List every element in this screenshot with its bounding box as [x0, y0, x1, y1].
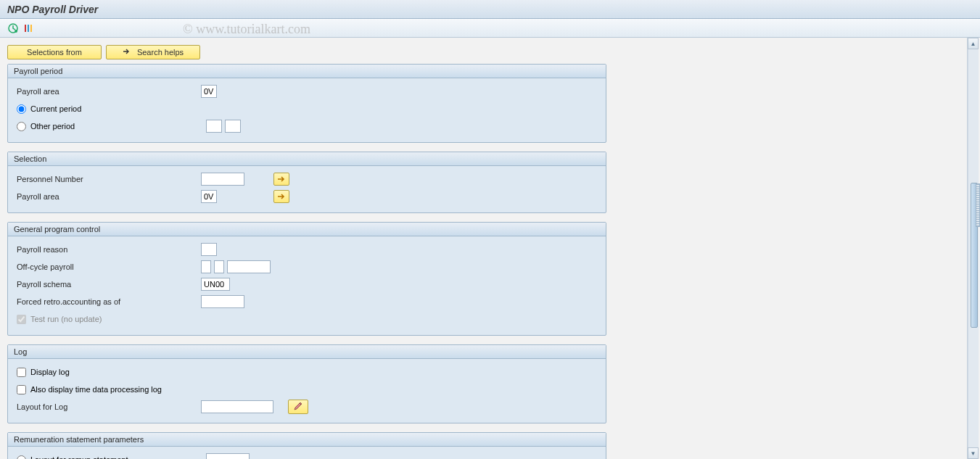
svg-point-1 — [15, 30, 17, 33]
input-schema[interactable] — [201, 278, 230, 291]
checkbox-test-run — [17, 315, 26, 324]
label-current-period: Current period — [30, 104, 81, 113]
page-title: NPO Payroll Driver — [7, 4, 98, 15]
label-layout-remun: Layout for remun.statement — [30, 455, 202, 459]
search-helps-label: Search helps — [137, 48, 184, 57]
content-area: Selections from Search helps Payroll per… — [0, 38, 980, 459]
scroll-up-arrow[interactable]: ▲ — [968, 38, 979, 49]
group-header-log: Log — [8, 345, 606, 359]
multiple-selection-payrollarea-button[interactable] — [273, 190, 289, 203]
multiple-selection-personnel-button[interactable] — [273, 173, 289, 186]
label-also-display: Also display time data processing log — [30, 385, 162, 394]
svg-rect-2 — [25, 25, 26, 32]
group-general: General program control Payroll reason O… — [7, 222, 606, 336]
input-forced-retro[interactable] — [201, 295, 244, 308]
input-offcycle-3[interactable] — [227, 260, 271, 273]
input-layout-remun — [206, 453, 250, 459]
input-offcycle-2[interactable] — [214, 260, 224, 273]
pencil-icon — [293, 401, 303, 413]
radio-current-period[interactable] — [17, 104, 26, 114]
scroll-down-arrow[interactable]: ▼ — [968, 447, 979, 459]
checkbox-also-display[interactable] — [17, 385, 26, 394]
label-offcycle: Off-cycle payroll — [14, 262, 201, 271]
group-header-general: General program control — [8, 223, 606, 236]
label-payroll-reason: Payroll reason — [14, 245, 201, 254]
selections-from-button[interactable]: Selections from — [7, 45, 102, 59]
arrow-right-icon — [123, 48, 130, 57]
label-other-period: Other period — [30, 122, 202, 131]
svg-rect-3 — [28, 25, 29, 32]
execute-icon[interactable] — [7, 22, 19, 34]
action-button-row: Selections from Search helps — [7, 45, 973, 59]
input-payroll-reason[interactable] — [201, 243, 217, 256]
checkbox-display-log[interactable] — [17, 368, 26, 377]
group-payroll-period: Payroll period Payroll area Current peri… — [7, 64, 606, 143]
label-selection-payroll-area: Payroll area — [14, 192, 201, 201]
edit-layout-button[interactable] — [288, 400, 308, 414]
group-header-selection: Selection — [8, 152, 606, 166]
label-personnel-number: Personnel Number — [14, 175, 201, 183]
radio-other-period[interactable] — [17, 122, 26, 131]
group-selection: Selection Personnel Number Payroll area — [7, 152, 606, 213]
variant-bars-icon[interactable] — [23, 22, 35, 34]
app-toolbar — [0, 19, 980, 38]
label-test-run: Test run (no update) — [30, 315, 102, 323]
title-bar: NPO Payroll Driver — [0, 0, 980, 19]
group-header-remun: Remuneration statement parameters — [8, 433, 606, 447]
label-forced-retro: Forced retro.accounting as of — [14, 297, 201, 306]
label-payroll-area: Payroll area — [14, 87, 201, 96]
group-header-payroll-period: Payroll period — [8, 65, 606, 78]
input-offcycle-1[interactable] — [201, 260, 211, 273]
group-log: Log Display log Also display time data p… — [7, 344, 606, 423]
label-layout-log: Layout for Log — [14, 402, 201, 411]
input-other-period-2[interactable] — [225, 120, 241, 133]
input-payroll-area[interactable] — [201, 85, 217, 98]
label-display-log: Display log — [30, 368, 70, 376]
svg-rect-4 — [30, 25, 32, 32]
label-schema: Payroll schema — [14, 280, 201, 289]
side-grip-handle[interactable] — [976, 183, 980, 227]
input-layout-log[interactable] — [201, 400, 273, 413]
input-personnel-number[interactable] — [201, 173, 244, 186]
search-helps-button[interactable]: Search helps — [106, 45, 200, 59]
radio-layout-remun[interactable] — [17, 455, 26, 460]
input-selection-payroll-area[interactable] — [201, 190, 217, 203]
group-remun: Remuneration statement parameters Layout… — [7, 432, 606, 459]
input-other-period-1[interactable] — [206, 120, 222, 133]
